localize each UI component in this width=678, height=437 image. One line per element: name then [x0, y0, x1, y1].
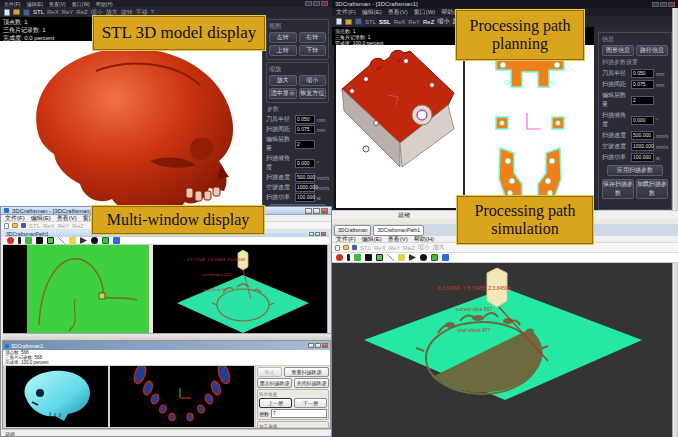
stop-button[interactable]: 停止: [257, 367, 282, 377]
param-input[interactable]: 0.075: [295, 125, 315, 134]
yellow-marker-icon[interactable]: [69, 237, 76, 244]
tool-rey[interactable]: ReY: [62, 9, 74, 15]
vertical-scrollbar[interactable]: [672, 8, 678, 210]
fit-view-button[interactable]: 适中显示: [269, 88, 297, 99]
tool-rey[interactable]: ReY: [408, 19, 420, 25]
bl-viewport-profile[interactable]: [3, 245, 149, 333]
br-viewport[interactable]: X:3.67899 Y:8.78455 Z:3.84508 current sl…: [332, 263, 672, 437]
green-square-icon[interactable]: [25, 237, 32, 244]
green-box-icon[interactable]: [102, 237, 109, 244]
new-file-icon[interactable]: [4, 223, 9, 229]
blue-box-icon[interactable]: [113, 237, 120, 244]
maximize-icon[interactable]: [313, 208, 320, 214]
param-input[interactable]: 0.000: [295, 159, 315, 168]
close-icon[interactable]: [322, 343, 328, 348]
yellow-marker-icon[interactable]: [398, 254, 405, 261]
layer-count-input[interactable]: 7: [271, 409, 327, 418]
draw-mode-icon[interactable]: [376, 254, 383, 261]
ink-bottle-icon[interactable]: [365, 254, 372, 261]
view-trajectory-button[interactable]: 查看扫描轨迹: [284, 367, 329, 377]
menu-edit[interactable]: 编辑(E): [26, 1, 43, 7]
open-folder-icon[interactable]: [345, 19, 352, 25]
minimize-icon[interactable]: [309, 232, 314, 236]
maximize-icon[interactable]: [315, 343, 321, 348]
save-icon[interactable]: [21, 223, 26, 228]
line-icon[interactable]: [387, 254, 394, 261]
reset-view-button[interactable]: 恢复方位: [299, 88, 327, 99]
param-input[interactable]: 0.000: [631, 116, 654, 125]
param-input[interactable]: 100.000: [631, 153, 654, 162]
green-square-icon[interactable]: [354, 254, 361, 261]
bl-viewport-sim[interactable]: X:1.77548 Y:8.35097 Z:0.91188 current sl…: [153, 245, 327, 333]
save-params-button[interactable]: 保存扫描参数: [602, 179, 634, 199]
line-icon[interactable]: [58, 237, 65, 244]
vertical-scrollbar[interactable]: [672, 263, 678, 437]
minimize-icon[interactable]: [652, 2, 659, 7]
apply-params-button[interactable]: 应用扫描参数: [607, 165, 663, 176]
maximize-icon[interactable]: [660, 2, 667, 7]
maximize-icon[interactable]: [313, 1, 320, 6]
tr-title-bar[interactable]: 3DCraftsman - [3DCraftsman1]: [332, 0, 678, 8]
load-params-button[interactable]: 加载扫描参数: [636, 179, 668, 199]
tool-rex[interactable]: ReX: [394, 19, 406, 25]
ink-bottle-icon[interactable]: [36, 237, 43, 244]
save-icon[interactable]: [23, 9, 30, 16]
point-icon[interactable]: [420, 254, 427, 261]
rotate-right-button[interactable]: 右转: [299, 32, 327, 43]
open-folder-icon[interactable]: [13, 9, 20, 15]
sub2-title-bar[interactable]: 3DCraftsman1: [3, 341, 330, 350]
hide-trajectory-button[interactable]: 关闭扫描轨迹: [294, 378, 329, 388]
menu-help[interactable]: 帮助(H): [96, 1, 113, 7]
minimize-icon[interactable]: [305, 1, 312, 6]
tool-rex[interactable]: ReX: [47, 9, 59, 15]
param-input[interactable]: 2: [631, 96, 654, 105]
param-input[interactable]: 1000.000: [631, 142, 654, 151]
maximize-icon[interactable]: [315, 232, 320, 236]
rotate-left-button[interactable]: 左转: [269, 32, 297, 43]
blue-box-icon[interactable]: [442, 254, 449, 261]
red-dot-icon[interactable]: [336, 254, 343, 261]
show-trajectory-button[interactable]: 显示扫描轨迹: [257, 378, 292, 388]
tr-viewport-model[interactable]: [334, 45, 463, 210]
green-box-icon[interactable]: [431, 254, 438, 261]
point-icon[interactable]: [91, 237, 98, 244]
param-input[interactable]: 0.050: [631, 69, 654, 78]
new-file-icon[interactable]: [335, 245, 340, 251]
horizontal-scrollbar[interactable]: [3, 333, 332, 340]
save-icon[interactable]: [355, 18, 362, 25]
new-file-icon[interactable]: [4, 9, 10, 16]
menu-view[interactable]: 查看(V): [49, 1, 66, 7]
open-folder-icon[interactable]: [343, 245, 349, 250]
draw-mode-icon[interactable]: [47, 237, 54, 244]
sub2-viewport-slices[interactable]: [110, 366, 254, 427]
tl-viewport[interactable]: [0, 41, 262, 207]
help-icon[interactable]: ?: [151, 9, 154, 15]
arrow-icon[interactable]: [80, 237, 87, 244]
param-input[interactable]: 0.050: [295, 115, 315, 124]
tool-zoom-out[interactable]: 缩小: [437, 17, 449, 26]
pencil-icon[interactable]: [347, 254, 350, 261]
arrow-icon[interactable]: [409, 254, 416, 261]
tool-ssl[interactable]: SSL: [379, 19, 391, 25]
red-dot-icon[interactable]: [7, 237, 14, 244]
menu-window[interactable]: 窗口(W): [72, 1, 90, 7]
prev-layer-button[interactable]: 上一层: [259, 398, 292, 408]
close-icon[interactable]: [321, 1, 328, 6]
rotate-down-button[interactable]: 下转: [299, 45, 327, 56]
param-input[interactable]: 0.075: [631, 80, 654, 89]
zoom-in-button[interactable]: 放大: [269, 75, 297, 86]
rotate-up-button[interactable]: 上转: [269, 45, 297, 56]
path-info-button[interactable]: 路径信息: [636, 45, 668, 56]
zoom-out-button[interactable]: 缩小: [299, 75, 327, 86]
tool-stl[interactable]: STL: [33, 9, 44, 15]
tool-stl[interactable]: STL: [365, 19, 376, 25]
new-file-icon[interactable]: [336, 18, 342, 25]
param-input[interactable]: 500.000: [631, 131, 654, 140]
close-icon[interactable]: [321, 232, 326, 236]
minimize-icon[interactable]: [308, 343, 314, 348]
open-folder-icon[interactable]: [12, 223, 18, 228]
sub2-viewport-skull[interactable]: [6, 366, 108, 427]
pencil-icon[interactable]: [18, 237, 21, 244]
close-icon[interactable]: [668, 2, 675, 7]
param-input[interactable]: 500.000: [295, 173, 315, 182]
